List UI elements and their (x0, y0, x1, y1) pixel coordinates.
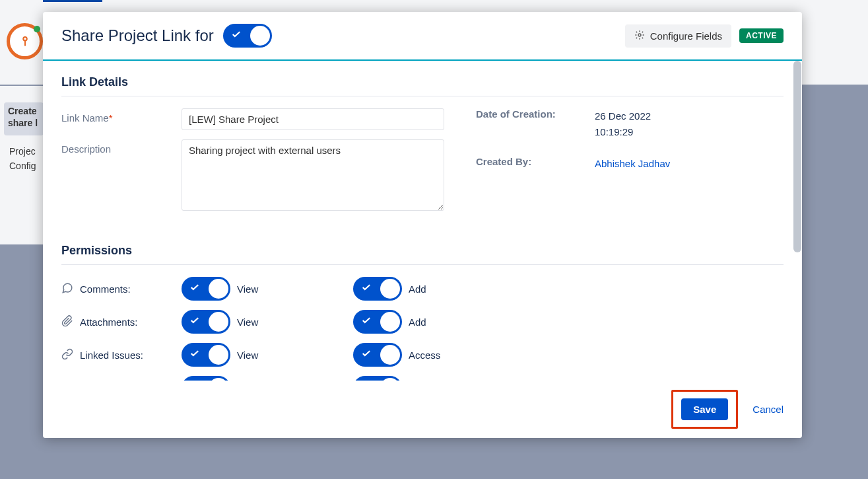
check-icon (230, 28, 242, 43)
header-active-toggle[interactable] (223, 24, 272, 48)
perm-row-comments: Comments:ViewAdd (61, 277, 784, 301)
perm-cell-label: Add (409, 316, 426, 328)
scrollbar-track[interactable] (793, 61, 802, 381)
perm-label: Linked Issues: (61, 348, 182, 362)
perm-label: Attachments: (61, 315, 182, 329)
sidebar-item-create[interactable]: Create share l (4, 102, 44, 135)
cancel-button[interactable]: Cancel (752, 404, 784, 415)
createdby-label: Created By: (476, 156, 595, 172)
sidebar-item-projects[interactable]: Projec Config (9, 144, 36, 174)
status-badge: ACTIVE (739, 28, 784, 43)
linked-icon (61, 348, 73, 362)
perm-label-text: Linked Issues: (80, 350, 143, 361)
share-project-modal: Share Project Link for Configure Fields … (43, 12, 802, 438)
perm-toggle-comments-col2[interactable] (353, 277, 402, 301)
perm-cell-label: View (237, 350, 258, 361)
perm-row-attachments: Attachments:ViewAdd (61, 310, 784, 334)
perm-cell-label: View (237, 283, 258, 295)
svg-point-0 (23, 36, 26, 40)
perm-label-text: Attachments: (80, 316, 138, 328)
perm-label-text: Comments: (80, 283, 131, 295)
attachments-icon (61, 315, 73, 329)
perm-row-subtasks: Sub Tasks:ViewAccess (61, 376, 784, 381)
perm-toggle-comments-view[interactable] (182, 277, 230, 301)
date-value: 26 Dec 2022 10:19:29 (595, 108, 651, 140)
link-name-label: Link Name* (61, 108, 182, 124)
configure-fields-label: Configure Fields (650, 30, 722, 42)
perm-toggle-subtasks-col2[interactable] (353, 376, 402, 381)
modal-footer: Save Cancel (43, 381, 802, 438)
createdby-value[interactable]: Abhishek Jadhav (595, 158, 670, 169)
section-permissions: Permissions (61, 244, 784, 265)
link-name-input[interactable] (182, 108, 444, 130)
perm-cell-label: View (237, 316, 258, 328)
description-label: Description (61, 139, 182, 155)
perm-toggle-subtasks-view[interactable] (182, 376, 230, 381)
gear-icon (634, 30, 645, 42)
scrollbar-thumb[interactable] (793, 61, 801, 252)
perm-cell-label: Add (409, 283, 426, 295)
perm-cell-label: Access (409, 350, 440, 361)
date-label: Date of Creation: (476, 108, 595, 140)
configure-fields-button[interactable]: Configure Fields (625, 24, 731, 48)
modal-body: Link Details Link Name* Description Shar… (43, 61, 802, 381)
perm-row-linked: Linked Issues:ViewAccess (61, 343, 784, 367)
perm-label: Comments: (61, 282, 182, 296)
svg-point-1 (638, 34, 641, 36)
save-highlight-box: Save (671, 390, 738, 429)
save-button[interactable]: Save (681, 398, 728, 420)
perm-toggle-linked-view[interactable] (182, 343, 230, 367)
modal-title: Share Project Link for (61, 24, 272, 48)
modal-header: Share Project Link for Configure Fields … (43, 12, 802, 61)
perm-toggle-attachments-view[interactable] (182, 310, 230, 334)
description-input[interactable]: Sharing project with external users (182, 139, 444, 211)
section-link-details: Link Details (61, 75, 784, 96)
comments-icon (61, 282, 73, 296)
perm-toggle-attachments-col2[interactable] (353, 310, 402, 334)
app-logo (7, 23, 43, 59)
perm-toggle-linked-col2[interactable] (353, 343, 402, 367)
modal-title-text: Share Project Link for (61, 26, 214, 45)
tab-indicator (43, 0, 102, 2)
